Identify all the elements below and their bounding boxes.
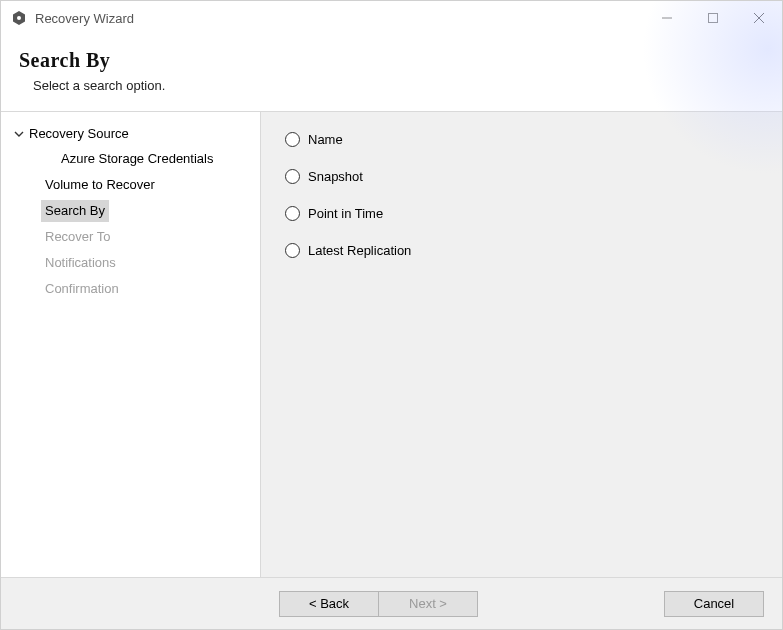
wizard-steps-sidebar: Recovery Source Azure Storage Credential…: [1, 112, 261, 577]
button-label: Cancel: [694, 596, 734, 611]
tree-item-label: Recover To: [41, 226, 115, 248]
svg-point-1: [17, 16, 21, 20]
tree-item-recover-to: Recover To: [41, 224, 256, 250]
radio-label: Latest Replication: [308, 243, 411, 258]
radio-label: Name: [308, 132, 343, 147]
radio-label: Snapshot: [308, 169, 363, 184]
window-title: Recovery Wizard: [35, 11, 644, 26]
next-button: Next >: [378, 591, 478, 617]
maximize-button[interactable]: [690, 1, 736, 35]
button-label: Next >: [409, 596, 447, 611]
radio-option-snapshot[interactable]: Snapshot: [285, 169, 758, 184]
radio-icon: [285, 243, 300, 258]
wizard-body: Recovery Source Azure Storage Credential…: [1, 111, 782, 577]
radio-option-name[interactable]: Name: [285, 132, 758, 147]
tree-item-label: Confirmation: [41, 278, 123, 300]
radio-option-point-in-time[interactable]: Point in Time: [285, 206, 758, 221]
radio-icon: [285, 132, 300, 147]
svg-rect-3: [709, 14, 718, 23]
radio-label: Point in Time: [308, 206, 383, 221]
page-title: Search By: [19, 49, 764, 72]
tree-item-notifications: Notifications: [41, 250, 256, 276]
tree-root-label: Recovery Source: [29, 124, 129, 144]
radio-icon: [285, 206, 300, 221]
close-button[interactable]: [736, 1, 782, 35]
tree-item-label: Azure Storage Credentials: [57, 148, 217, 170]
nav-button-group: < Back Next >: [279, 591, 478, 617]
tree-item-label: Notifications: [41, 252, 120, 274]
window-controls: [644, 1, 782, 35]
cancel-button[interactable]: Cancel: [664, 591, 764, 617]
search-by-radio-group: Name Snapshot Point in Time Latest Repli…: [285, 132, 758, 258]
tree-item-label: Volume to Recover: [41, 174, 159, 196]
back-button[interactable]: < Back: [279, 591, 379, 617]
tree-root-recovery-source[interactable]: Recovery Source: [11, 122, 256, 146]
tree-item-azure-credentials[interactable]: Azure Storage Credentials: [41, 146, 256, 172]
wizard-footer: < Back Next > Cancel: [1, 577, 782, 629]
radio-icon: [285, 169, 300, 184]
app-icon: [11, 10, 27, 26]
radio-option-latest-replication[interactable]: Latest Replication: [285, 243, 758, 258]
titlebar: Recovery Wizard: [1, 1, 782, 35]
tree-item-confirmation: Confirmation: [41, 276, 256, 302]
content-panel: Name Snapshot Point in Time Latest Repli…: [261, 112, 782, 577]
chevron-down-icon: [11, 129, 27, 139]
wizard-header: Search By Select a search option.: [1, 35, 782, 111]
tree-item-volume-to-recover[interactable]: Volume to Recover: [41, 172, 256, 198]
button-label: < Back: [309, 596, 349, 611]
page-subtitle: Select a search option.: [19, 78, 764, 93]
minimize-button[interactable]: [644, 1, 690, 35]
tree-item-label: Search By: [41, 200, 109, 222]
tree-item-search-by[interactable]: Search By: [41, 198, 256, 224]
